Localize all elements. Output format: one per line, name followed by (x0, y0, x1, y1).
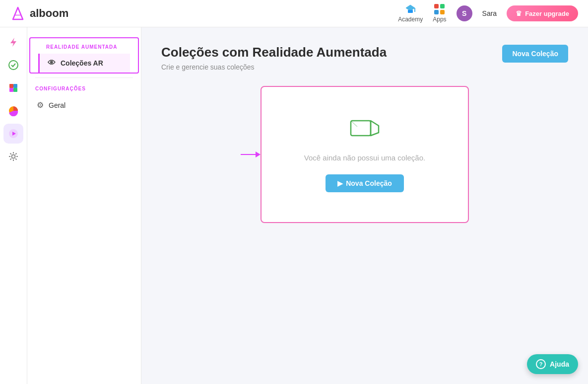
empty-state-card: Você ainda não possui uma coleção. ▶ Nov… (261, 86, 469, 223)
sidebar-item-geral[interactable]: ⚙ Geral (27, 95, 141, 115)
user-avatar: S (457, 5, 472, 21)
apps-nav[interactable]: Apps (433, 4, 446, 23)
svg-rect-10 (9, 88, 13, 92)
sidebar-icon-cog[interactable] (3, 147, 23, 166)
sidebar-icon-layers[interactable] (3, 78, 23, 98)
logo-icon (10, 5, 26, 21)
svg-marker-6 (10, 38, 16, 47)
svg-point-7 (9, 61, 18, 70)
svg-rect-4 (408, 10, 413, 13)
ar-icon: 👁 (48, 59, 56, 68)
new-collection-button-top[interactable]: Nova Coleção (502, 45, 568, 63)
sidebar-section-ar-label: REALIDADE AUMENTADA (38, 44, 130, 54)
academy-label: Academy (398, 16, 423, 23)
ar-empty-icon (350, 117, 380, 142)
check-icon (8, 60, 19, 71)
logo-text: alboom (30, 7, 68, 20)
topbar: alboom Academy Apps S Sara ♛ Fazer (0, 0, 588, 27)
page-subtitle: Crie e gerencie suas coleções (161, 63, 387, 71)
sidebar-section-ar: REALIDADE AUMENTADA 👁 Coleções AR (29, 37, 139, 74)
page-header-text: Coleções com Realidade Aumentada Crie e … (161, 45, 387, 71)
help-label: Ajuda (550, 360, 569, 368)
sidebar-icon-check[interactable] (3, 55, 23, 75)
academy-icon (405, 4, 416, 15)
svg-rect-9 (13, 84, 17, 88)
arrow-pointer (241, 152, 261, 157)
arrow-head (256, 152, 261, 157)
user-name: Sara (482, 9, 497, 17)
empty-state-icon (350, 117, 380, 144)
colecoes-ar-label: Coleções AR (61, 59, 103, 67)
apps-label: Apps (433, 16, 446, 23)
new-collection-button-empty[interactable]: ▶ Nova Coleção (326, 174, 404, 192)
crown-icon: ♛ (516, 9, 522, 17)
sidebar-item-colecoes-ar[interactable]: 👁 Coleções AR (38, 54, 130, 73)
empty-state-btn-label: Nova Coleção (346, 179, 392, 187)
main-content: Coleções com Realidade Aumentada Crie e … (141, 27, 588, 384)
app-layout: REALIDADE AUMENTADA 👁 Coleções AR CONFIG… (0, 27, 588, 384)
sidebar-section-config: CONFIGURAÇÕES ⚙ Geral (27, 86, 141, 115)
layers-icon (8, 82, 19, 93)
sidebar-icon-lightning[interactable] (3, 32, 23, 52)
apps-icon (434, 4, 445, 15)
sidebar-icon-play[interactable] (3, 124, 23, 144)
sidebar-section-config-label: CONFIGURAÇÕES (27, 86, 141, 95)
lightning-icon (8, 37, 19, 48)
topbar-right: Academy Apps S Sara ♛ Fazer upgrade (398, 4, 578, 23)
sidebar-divider (35, 77, 133, 78)
empty-state-text: Você ainda não possui uma coleção. (304, 154, 425, 162)
svg-rect-8 (9, 84, 13, 88)
geral-label: Geral (49, 101, 65, 109)
help-button[interactable]: ? Ajuda (527, 354, 578, 374)
sidebar-icon-pie[interactable] (3, 101, 23, 121)
upgrade-label: Fazer upgrade (525, 10, 569, 17)
arrow-line (241, 154, 256, 155)
svg-marker-17 (371, 121, 379, 136)
content-header: Coleções com Realidade Aumentada Crie e … (161, 45, 568, 71)
upgrade-button[interactable]: ♛ Fazer upgrade (507, 5, 578, 21)
play-arrow-icon: ▶ (337, 179, 343, 187)
play-icon (8, 128, 19, 139)
secondary-sidebar: REALIDADE AUMENTADA 👁 Coleções AR CONFIG… (27, 27, 141, 384)
svg-rect-16 (351, 121, 371, 136)
page-title: Coleções com Realidade Aumentada (161, 45, 387, 60)
svg-line-18 (351, 121, 357, 127)
geral-icon: ⚙ (37, 100, 44, 110)
svg-rect-2 (15, 14, 21, 16)
pie-icon (8, 105, 19, 116)
svg-rect-11 (13, 88, 17, 92)
help-circle-icon: ? (536, 359, 546, 369)
academy-nav[interactable]: Academy (398, 4, 423, 23)
svg-point-15 (12, 155, 15, 158)
logo: alboom (10, 5, 68, 21)
cog-icon (8, 151, 19, 162)
icon-sidebar (0, 27, 27, 384)
